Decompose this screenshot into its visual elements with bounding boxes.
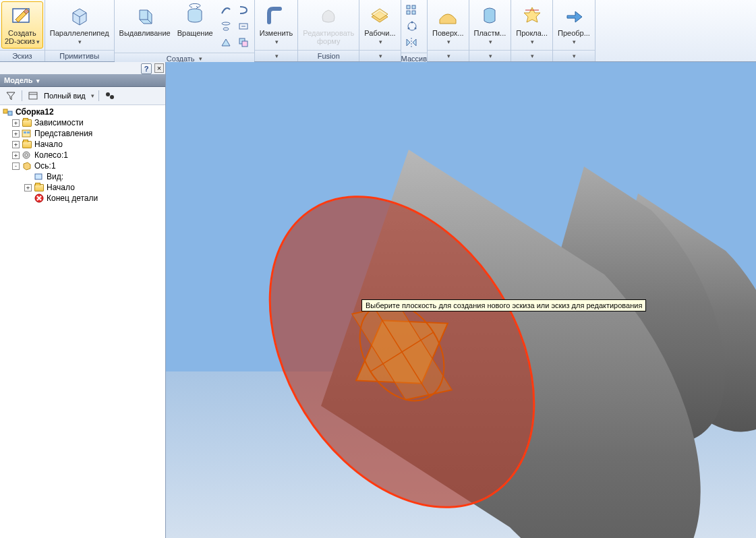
loft-button[interactable]: [218, 19, 234, 34]
find-icon[interactable]: [103, 90, 117, 102]
help-icon[interactable]: ?: [141, 63, 152, 74]
button-label: Поверх...▾: [432, 29, 464, 46]
button-label: Параллелепипед▾: [50, 29, 109, 46]
expand-toggle[interactable]: +: [12, 152, 20, 159]
svg-point-12: [411, 22, 413, 24]
create-small-buttons: [216, 1, 253, 51]
chevron-down-icon: ▾: [78, 38, 82, 45]
surface-button[interactable]: Поверх...▾: [429, 1, 467, 49]
edit-form-button: Редактироватьформу: [299, 1, 357, 49]
folder-icon: [22, 140, 32, 149]
svg-rect-23: [24, 131, 26, 133]
svg-point-14: [407, 28, 409, 30]
chevron-down-icon: ▾: [36, 38, 40, 45]
gasket-button[interactable]: Прокла...▾: [513, 1, 551, 49]
emboss-button[interactable]: [235, 19, 252, 34]
extrude-icon: [133, 3, 157, 28]
tree-node-view-rep[interactable]: Вид:: [0, 171, 165, 182]
button-label: Создать2D-эскиз▾: [5, 29, 40, 46]
svg-rect-20: [3, 109, 7, 113]
gasket-icon: [520, 3, 544, 28]
ribbon-group-gasket: Прокла...▾ ▾: [511, 0, 553, 61]
view-mode-icon[interactable]: [26, 90, 40, 102]
assembly-icon: [3, 107, 13, 117]
ribbon-group-sketch: Создать2D-эскиз▾ Эскиз: [0, 0, 45, 61]
sketch-2d-icon: [10, 3, 34, 28]
plastic-button[interactable]: Пластм...▾: [471, 1, 510, 49]
svg-rect-10: [412, 11, 415, 14]
surface-icon: [436, 3, 460, 28]
revolve-button[interactable]: Вращение: [174, 1, 216, 49]
svg-rect-21: [8, 111, 12, 115]
convert-icon: [562, 3, 586, 28]
convert-button[interactable]: Преобр...▾: [554, 1, 593, 49]
create-2d-sketch-button[interactable]: Создать2D-эскиз▾: [1, 1, 43, 49]
workspace: ?× Модель ▾ Полный вид ▾ Сборка12 +Завис…: [0, 62, 756, 538]
tree-node-origin-2[interactable]: +Начало: [0, 182, 165, 193]
ribbon-group-label: Fusion: [298, 50, 359, 61]
tree-root[interactable]: Сборка12: [0, 107, 165, 117]
browser-header: Модель ▾: [0, 74, 165, 87]
browser-title: Модель ▾: [4, 76, 40, 84]
3d-viewport[interactable]: Выберите плоскость для создания нового э…: [166, 62, 756, 538]
svg-point-19: [110, 95, 114, 99]
ribbon-group-plastic: Пластм...▾ ▾: [469, 0, 512, 61]
button-label: Пластм...▾: [474, 29, 506, 46]
svg-rect-9: [407, 11, 410, 14]
viewport-tooltip: Выберите плоскость для создания нового э…: [361, 299, 646, 311]
button-label: Преобр...▾: [558, 29, 590, 46]
edit-form-icon: [316, 3, 341, 28]
button-label: Вращение: [177, 29, 213, 37]
chevron-down-icon[interactable]: ▾: [36, 78, 40, 84]
svg-rect-7: [407, 5, 410, 9]
work-plane-button[interactable]: Рабочи...▾: [361, 1, 399, 49]
coil-button[interactable]: [235, 3, 252, 18]
modify-button[interactable]: Изменить▾: [256, 1, 297, 49]
chevron-down-icon: ▾: [379, 38, 382, 45]
model-browser-panel: ?× Модель ▾ Полный вид ▾ Сборка12 +Завис…: [0, 62, 166, 538]
tree-node-end-of-part[interactable]: Конец детали: [0, 193, 165, 204]
tree-node-representations[interactable]: +Представления: [0, 128, 165, 139]
collapse-toggle[interactable]: -: [12, 162, 20, 170]
tree-node-wheel-part[interactable]: +Колесо:1: [0, 150, 165, 160]
expand-toggle[interactable]: +: [12, 130, 20, 138]
svg-rect-6: [242, 41, 248, 47]
rectangular-pattern-button[interactable]: [404, 3, 420, 18]
chevron-down-icon: ▾: [275, 38, 279, 45]
sweep-button[interactable]: [218, 3, 234, 18]
svg-point-3: [223, 28, 229, 30]
svg-rect-24: [27, 131, 30, 133]
extrude-button[interactable]: Выдавливание: [116, 1, 174, 49]
panel-close-button[interactable]: ×: [154, 63, 164, 73]
modify-icon: [264, 3, 288, 28]
ribbon-toolbar: Создать2D-эскиз▾ Эскиз Параллелепипед▾ П…: [0, 0, 756, 62]
ribbon-group-work-features: Рабочи...▾ ▾: [359, 0, 401, 61]
derive-button[interactable]: [235, 35, 252, 50]
svg-rect-8: [412, 5, 415, 9]
button-label: Прокла...▾: [516, 29, 548, 46]
ribbon-group-label[interactable]: ▾: [255, 50, 298, 61]
view-rep-icon: [34, 172, 45, 181]
button-label: Выдавливание: [119, 29, 171, 37]
mirror-button[interactable]: [404, 35, 420, 50]
work-plane-icon: [368, 3, 392, 28]
expand-toggle[interactable]: +: [12, 119, 20, 127]
chevron-down-icon[interactable]: ▾: [199, 55, 202, 62]
ribbon-group-label: Эскиз: [0, 50, 45, 61]
ribbon-group-primitives: Параллелепипед▾ Примитивы: [45, 0, 115, 61]
folder-icon: [22, 118, 32, 127]
tree-node-axis-part[interactable]: -Ось:1: [0, 160, 165, 171]
ribbon-group-label[interactable]: ▾: [359, 50, 400, 61]
expand-toggle[interactable]: +: [24, 184, 32, 191]
circular-pattern-button[interactable]: [404, 19, 420, 34]
chevron-down-icon[interactable]: ▾: [91, 92, 94, 99]
rib-button[interactable]: [218, 35, 234, 50]
filter-icon[interactable]: [4, 90, 18, 102]
box-primitive-button[interactable]: Параллелепипед▾: [47, 1, 113, 49]
view-mode-label[interactable]: Полный вид: [44, 92, 86, 100]
ribbon-group-surface: Поверх...▾ ▾: [428, 0, 469, 61]
tree-node-dependencies[interactable]: +Зависимости: [0, 117, 165, 128]
tree-node-origin[interactable]: +Начало: [0, 139, 165, 150]
part-ref-icon: [22, 150, 32, 160]
expand-toggle[interactable]: +: [12, 141, 20, 148]
